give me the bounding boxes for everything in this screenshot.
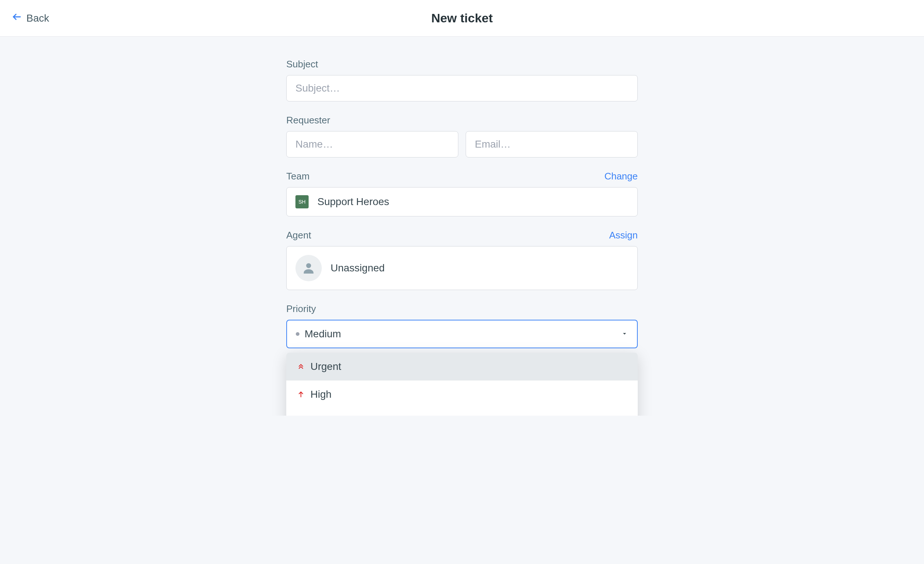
subject-group: Subject (286, 59, 638, 101)
subject-input[interactable] (286, 75, 638, 101)
priority-option-label: Urgent (310, 361, 341, 373)
priority-option-medium[interactable]: Medium (286, 408, 638, 416)
team-avatar: SH (296, 195, 309, 208)
team-field[interactable]: SH Support Heroes (286, 187, 638, 217)
team-value: Support Heroes (317, 196, 389, 208)
double-arrow-up-icon (297, 363, 305, 370)
back-button[interactable]: Back (12, 12, 49, 24)
agent-field[interactable]: Unassigned (286, 246, 638, 290)
team-group: Team Change SH Support Heroes (286, 171, 638, 217)
priority-select[interactable]: Medium (286, 320, 638, 348)
priority-group: Priority Medium (286, 303, 638, 348)
priority-dropdown-menu: Urgent High (286, 353, 638, 416)
priority-option-urgent[interactable]: Urgent (286, 353, 638, 381)
team-label: Team (286, 171, 310, 182)
back-label: Back (26, 12, 49, 24)
agent-label: Agent (286, 230, 311, 241)
agent-avatar-icon (296, 255, 322, 281)
priority-label: Priority (286, 303, 638, 314)
chevron-down-icon (621, 328, 628, 340)
subject-label: Subject (286, 59, 638, 70)
requester-group: Requester (286, 114, 638, 158)
requester-label: Requester (286, 114, 638, 126)
arrow-left-icon (12, 12, 22, 24)
page-title: New ticket (431, 11, 493, 25)
priority-option-label: High (310, 389, 332, 400)
form-container: Subject Requester Team Change SH Support… (279, 37, 645, 416)
priority-option-high[interactable]: High (286, 381, 638, 408)
svg-point-1 (306, 263, 311, 268)
arrow-up-icon (297, 391, 305, 398)
priority-selected-value: Medium (304, 328, 341, 340)
requester-email-input[interactable] (466, 131, 638, 158)
header: Back New ticket (0, 0, 924, 37)
dot-icon (296, 332, 300, 336)
agent-group: Agent Assign Unassigned (286, 230, 638, 290)
agent-value: Unassigned (331, 262, 385, 274)
team-change-link[interactable]: Change (604, 171, 638, 182)
agent-assign-link[interactable]: Assign (609, 230, 638, 241)
requester-name-input[interactable] (286, 131, 458, 158)
